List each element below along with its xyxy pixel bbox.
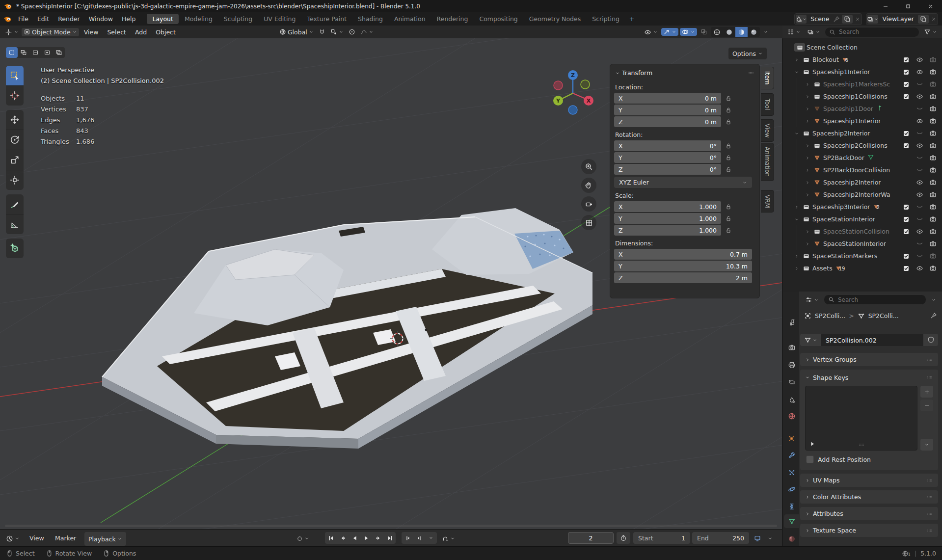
outliner-item-label[interactable]: Spaceship1Interior: [812, 68, 870, 76]
properties-tab-material[interactable]: [784, 532, 799, 546]
jump-start-button[interactable]: [325, 532, 337, 544]
hide-viewport-toggle[interactable]: [915, 130, 924, 137]
outliner-row[interactable]: Scene Collection: [782, 41, 942, 53]
new-viewlayer-icon[interactable]: [920, 16, 927, 23]
viewport-editor-type-button[interactable]: [3, 28, 21, 36]
hide-viewport-toggle[interactable]: [915, 179, 924, 186]
workspace-tab-layout[interactable]: Layout: [147, 14, 179, 24]
menu-render[interactable]: Render: [54, 14, 84, 24]
frame-next-button[interactable]: [413, 532, 425, 544]
new-viewlayer-button[interactable]: [918, 15, 929, 24]
hide-viewport-toggle[interactable]: [915, 252, 924, 260]
shading-wireframe-button[interactable]: [711, 27, 723, 37]
mesh-data-icon[interactable]: [858, 312, 865, 320]
viewport-scrollbar[interactable]: [5, 525, 777, 527]
expand-toggle[interactable]: [803, 192, 812, 197]
hide-viewport-toggle[interactable]: [915, 68, 924, 76]
outliner-row[interactable]: SpaceStationInterior: [782, 238, 942, 250]
hide-viewport-toggle[interactable]: [915, 80, 924, 88]
timeline-editor-type-button[interactable]: [4, 532, 22, 545]
proportional-falloff-dropdown[interactable]: [358, 28, 376, 36]
outliner-row[interactable]: Spaceship2Interior: [782, 127, 942, 139]
expand-toggle[interactable]: [803, 143, 812, 148]
disable-render-toggle[interactable]: [928, 215, 938, 223]
outliner-item-label[interactable]: Spaceship1Door: [823, 105, 873, 112]
remove-icon[interactable]: [924, 402, 930, 409]
hide-viewport-toggle[interactable]: [915, 191, 924, 198]
rotation-y-field[interactable]: Y0°: [614, 152, 721, 163]
rotation-mode-dropdown[interactable]: XYZ Euler: [614, 177, 752, 188]
expand-toggle[interactable]: [803, 241, 812, 246]
dimensions-z-field[interactable]: Z2 m: [614, 272, 752, 283]
frame-prev-button[interactable]: [402, 532, 413, 544]
mesh-name-input[interactable]: SP2Collision.002: [821, 334, 923, 346]
lock-toggle[interactable]: [721, 227, 736, 234]
hide-viewport-toggle[interactable]: [915, 166, 924, 174]
nav-pan-hand-button[interactable]: [581, 178, 596, 193]
outliner-row[interactable]: Spaceship2InteriorWa: [782, 188, 942, 201]
viewlayer-browse-icon[interactable]: [867, 16, 874, 23]
collapse-toggle[interactable]: [792, 217, 801, 222]
new-scene-icon[interactable]: [844, 16, 851, 23]
pin-icon[interactable]: [930, 312, 937, 319]
blender-menu-icon[interactable]: [4, 15, 12, 23]
menu-edit[interactable]: Edit: [33, 14, 54, 24]
panel-grip-icon[interactable]: [926, 374, 933, 381]
hide-viewport-toggle[interactable]: [915, 240, 924, 247]
scale-z-field[interactable]: Z1.000: [614, 225, 721, 236]
shape-keys-list[interactable]: [805, 386, 917, 451]
outliner-item-label[interactable]: Scene Collection: [807, 44, 858, 51]
properties-tab-modifiers[interactable]: [784, 449, 799, 462]
texture-space-panel[interactable]: Texture Space: [800, 524, 938, 537]
transform-orientation-dropdown[interactable]: Global: [277, 28, 316, 36]
workspace-tab-geometry-nodes[interactable]: Geometry Nodes: [524, 14, 586, 24]
exclude-checkbox[interactable]: [901, 204, 911, 211]
unlink-scene-icon[interactable]: [855, 16, 861, 22]
exclude-checkbox[interactable]: [901, 253, 911, 260]
outliner-filter-button[interactable]: [922, 28, 939, 36]
snap-toggle-button[interactable]: [317, 28, 327, 36]
expand-toggle[interactable]: [792, 57, 801, 62]
timeline-menu-view[interactable]: View: [27, 532, 47, 544]
tool-move-button[interactable]: [6, 110, 24, 130]
outliner-editor-type-icon[interactable]: [787, 28, 794, 35]
chevron-down-icon[interactable]: [615, 71, 620, 76]
lock-toggle[interactable]: [721, 166, 736, 173]
panel-grip-icon[interactable]: [926, 477, 933, 484]
exclude-checkbox[interactable]: [901, 93, 911, 100]
hide-viewport-toggle[interactable]: [915, 56, 924, 63]
exclude-checkbox[interactable]: [901, 81, 911, 88]
properties-options-button[interactable]: [929, 297, 938, 303]
disable-render-toggle[interactable]: [928, 93, 938, 100]
outliner-row[interactable]: Spaceship2Collisions: [782, 139, 942, 152]
minimize-button[interactable]: [874, 0, 897, 12]
proportional-editing-button[interactable]: [347, 28, 357, 36]
fake-user-shield-icon[interactable]: [923, 334, 938, 346]
sidebar-tab-animation[interactable]: Animation: [761, 143, 774, 181]
outliner-item-label[interactable]: Spaceship2Interior: [823, 179, 881, 186]
start-frame-field[interactable]: Start1: [633, 532, 690, 544]
properties-tab-tool[interactable]: [784, 316, 799, 329]
next-keyframe-button[interactable]: [372, 532, 384, 544]
outliner-row[interactable]: Spaceship1MarkersSc: [782, 78, 942, 90]
hide-viewport-toggle[interactable]: [915, 228, 924, 235]
outliner-editor-type-button[interactable]: [785, 28, 803, 36]
maximize-button[interactable]: [897, 0, 919, 12]
select-mode-subtract-button[interactable]: [29, 47, 41, 58]
select-mode-extend-button[interactable]: [18, 47, 29, 58]
list-resize-grip-icon[interactable]: [858, 441, 865, 448]
panel-grip-icon[interactable]: [926, 356, 933, 363]
outliner-item-label[interactable]: SP2BackDoor: [823, 154, 864, 161]
properties-tab-object[interactable]: [784, 431, 799, 445]
play-button[interactable]: [360, 532, 372, 544]
lock-toggle[interactable]: [721, 154, 736, 161]
sidebar-tab-view[interactable]: View: [761, 119, 774, 142]
specials-icon[interactable]: [924, 442, 929, 447]
remove-viewlayer-icon[interactable]: [931, 16, 937, 22]
scene-selector[interactable]: Scene: [794, 13, 862, 25]
lock-toggle[interactable]: [721, 203, 736, 210]
prev-keyframe-button[interactable]: [337, 532, 349, 544]
shape-key-specials-button[interactable]: [920, 439, 933, 451]
dimensions-y-field[interactable]: Y10.3 m: [614, 261, 752, 271]
expand-toggle[interactable]: [803, 82, 812, 87]
